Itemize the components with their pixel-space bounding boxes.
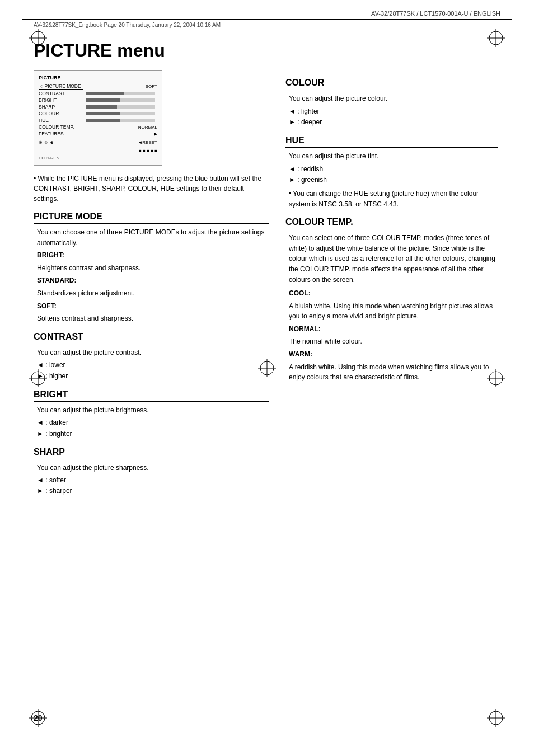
menu-label-features: FEATURES: [39, 131, 83, 137]
section-heading-colour-temp: COLOUR TEMP.: [285, 217, 498, 229]
menu-screenshot-title: PICTURE: [39, 75, 157, 81]
reg-mark-mid-left: [28, 368, 48, 388]
bullet-note: While the PICTURE menu is displayed, pre…: [34, 173, 269, 204]
menu-item-picture-mode: ○ PICTURE MODE SOFT: [39, 83, 157, 90]
reg-mark-top-right: [486, 28, 506, 48]
menu-item-bright: BRIGHT: [39, 97, 157, 103]
section-body-contrast: You can adjust the picture contrast.: [34, 348, 269, 358]
picture-mode-soft-text: Softens contrast and sharpness.: [34, 313, 269, 324]
menu-bar-colour: [86, 112, 155, 115]
colour-arrow-right: ► : deeper: [285, 117, 498, 128]
menu-label-bright: BRIGHT: [39, 97, 83, 103]
file-info-bar: AV-32&28T77SK_Eng.book Page 20 Thursday,…: [22, 19, 512, 30]
menu-item-contrast: CONTRAST: [39, 91, 157, 96]
hue-arrow-right: ► : greenish: [285, 175, 498, 185]
menu-item-features: FEATURES ▶: [39, 131, 157, 137]
menu-color-buttons: ■ ■ ■ ■ ■: [139, 148, 157, 153]
bright-arrow-left: ◄ : darker: [34, 417, 269, 428]
colour-temp-warm-label: WARM:: [285, 349, 498, 360]
page-title: PICTURE menu: [34, 40, 500, 61]
reg-mark-bottom-center: [257, 358, 277, 378]
menu-item-hue: HUE: [39, 118, 157, 123]
menu-bar-hue: [86, 119, 155, 122]
right-column: COLOUR You can adjust the picture colour…: [285, 70, 498, 497]
section-heading-sharp: SHARP: [34, 447, 269, 459]
menu-bar-contrast: [86, 92, 155, 95]
contrast-arrow-right: ► : higher: [34, 371, 269, 382]
menu-label-colour-temp: COLOUR TEMP.: [39, 124, 83, 130]
picture-mode-standard-label: STANDARD:: [34, 275, 269, 286]
menu-label-colour: COLOUR: [39, 111, 83, 116]
colour-temp-normal-label: NORMAL:: [285, 324, 498, 335]
menu-label-hue: HUE: [39, 118, 83, 123]
sharp-arrow-left: ◄ : softer: [34, 475, 269, 486]
menu-label-picture-mode: ○ PICTURE MODE: [39, 83, 83, 90]
section-body-hue: You can adjust the picture tint.: [285, 151, 498, 162]
menu-bar-sharp: [86, 105, 155, 109]
picture-mode-standard-text: Standardizes picture adjustment.: [34, 288, 269, 299]
section-body-sharp: You can adjust the picture sharpness.: [34, 463, 269, 473]
section-heading-picture-mode: PICTURE MODE: [34, 212, 269, 224]
hue-arrow-left: ◄ : reddish: [285, 164, 498, 175]
left-column: PICTURE ○ PICTURE MODE SOFT CONTRAST BRI…: [34, 70, 269, 497]
menu-item-colour-temp: COLOUR TEMP. NORMAL: [39, 124, 157, 130]
menu-image-label: D0014-EN: [39, 156, 157, 161]
menu-item-sharp: SHARP: [39, 104, 157, 110]
section-body-picture-mode: You can choose one of three PICTURE MODE…: [34, 227, 269, 248]
picture-mode-bright-label: BRIGHT:: [34, 250, 269, 261]
menu-label-contrast: CONTRAST: [39, 91, 83, 96]
colour-arrow-left: ◄ : lighter: [285, 106, 498, 117]
picture-mode-soft-label: SOFT:: [34, 301, 269, 312]
reg-mark-top-left: [28, 28, 48, 48]
section-heading-bright: BRIGHT: [34, 389, 269, 402]
menu-icon-row: ⊙ ☺ ☻ ◄RESET: [39, 140, 157, 145]
colour-temp-normal-text: The normal white colour.: [285, 336, 498, 347]
section-heading-contrast: CONTRAST: [34, 332, 269, 344]
colour-temp-warm-text: A reddish white. Using this mode when wa…: [285, 362, 498, 383]
colour-temp-cool-text: A bluish white. Using this mode when wat…: [285, 301, 498, 322]
picture-mode-bright-text: Heightens contrast and sharpness.: [34, 263, 269, 274]
section-body-bright: You can adjust the picture brightness.: [34, 405, 269, 416]
header-model: AV-32/28T77SK / LCT1570-001A-U / ENGLISH: [371, 10, 500, 17]
reg-mark-mid-right: [486, 368, 506, 388]
hue-note: • You can change the HUE setting (pictur…: [285, 189, 498, 209]
colour-temp-cool-label: COOL:: [285, 288, 498, 299]
section-body-colour: You can adjust the picture colour.: [285, 93, 498, 104]
contrast-arrow-left: ◄ : lower: [34, 360, 269, 370]
sharp-arrow-right: ► : sharper: [34, 486, 269, 496]
section-body-colour-temp: You can select one of three COLOUR TEMP.…: [285, 233, 498, 285]
page-header: AV-32/28T77SK / LCT1570-001A-U / ENGLISH: [0, 0, 534, 19]
reg-mark-bottom-right: [486, 708, 506, 728]
menu-label-sharp: SHARP: [39, 104, 83, 110]
bright-arrow-right: ► : brighter: [34, 429, 269, 439]
two-column-layout: PICTURE ○ PICTURE MODE SOFT CONTRAST BRI…: [34, 70, 500, 497]
menu-button-row: ■ ■ ■ ■ ■: [39, 148, 157, 153]
menu-bar-bright: [86, 98, 155, 102]
page-number: 20: [34, 713, 43, 722]
section-heading-hue: HUE: [285, 135, 498, 148]
menu-icons-left: ⊙ ☺ ☻: [39, 140, 54, 145]
menu-item-colour: COLOUR: [39, 111, 157, 116]
main-content: PICTURE menu PICTURE ○ PICTURE MODE SOFT…: [34, 30, 500, 497]
menu-reset-label: ◄RESET: [138, 140, 157, 145]
file-info: AV-32&28T77SK_Eng.book Page 20 Thursday,…: [34, 22, 221, 28]
section-heading-colour: COLOUR: [285, 78, 498, 90]
menu-screenshot: PICTURE ○ PICTURE MODE SOFT CONTRAST BRI…: [34, 70, 162, 166]
